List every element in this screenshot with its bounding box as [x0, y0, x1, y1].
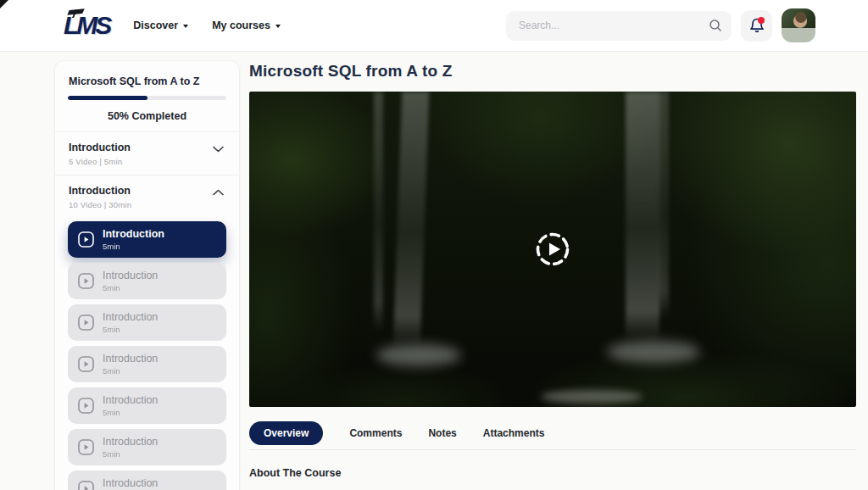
- cursor-artifact: [0, 0, 8, 8]
- lesson-item[interactable]: Introduction 5min: [68, 387, 226, 424]
- progress-bar: [68, 96, 226, 100]
- play-video-icon: [78, 356, 94, 372]
- progress-fill: [68, 96, 147, 100]
- section-title: Introduction: [69, 142, 225, 153]
- mist-graphic: [376, 344, 461, 366]
- course-sidebar: Microsoft SQL from A to Z 50% Completed …: [55, 61, 239, 490]
- stream-graphic: [541, 390, 643, 404]
- section-introduction-2[interactable]: Introduction 10 Video | 30min: [68, 175, 226, 218]
- lesson-duration: 5min: [103, 408, 158, 417]
- lesson-duration: 5min: [103, 449, 158, 459]
- lesson-list: Introduction 5min Introduction 5min: [68, 221, 226, 490]
- play-video-icon: [78, 273, 94, 289]
- nav-my-courses[interactable]: My courses: [212, 19, 281, 31]
- lesson-item[interactable]: Introduction 5min: [68, 429, 226, 465]
- play-video-icon: [78, 231, 94, 248]
- waterfall-graphic: [626, 92, 659, 341]
- lesson-title: Introduction: [103, 436, 158, 448]
- video-player[interactable]: [249, 92, 856, 407]
- lesson-item[interactable]: Introduction 5min: [68, 346, 226, 382]
- nav-discover-label: Discover: [133, 19, 178, 31]
- play-button[interactable]: [533, 230, 572, 269]
- lesson-duration: 5min: [103, 325, 158, 334]
- section-meta: 5 Video | 5min: [69, 157, 225, 166]
- chevron-up-icon: [213, 189, 224, 196]
- header-actions: [506, 8, 815, 42]
- tab-overview[interactable]: Overview: [249, 421, 323, 445]
- main-nav: Discover My courses: [133, 19, 281, 31]
- section-title: Introduction: [69, 185, 225, 197]
- search-icon[interactable]: [709, 19, 722, 32]
- user-avatar[interactable]: [782, 8, 815, 42]
- section-introduction-1[interactable]: Introduction 5 Video | 5min: [68, 132, 226, 175]
- lesson-title: Introduction: [103, 311, 158, 323]
- play-video-icon: [78, 315, 94, 331]
- sidebar-course-title: Microsoft SQL from A to Z: [69, 75, 225, 87]
- nav-discover[interactable]: Discover: [133, 19, 188, 31]
- tab-comments[interactable]: Comments: [349, 421, 402, 445]
- lesson-duration: 5min: [103, 366, 158, 376]
- content-tabs: Overview Comments Notes Attachments: [249, 421, 856, 445]
- tab-attachments[interactable]: Attachments: [483, 421, 545, 445]
- search-box: [506, 11, 732, 41]
- section-meta: 10 Video | 30min: [69, 200, 225, 209]
- divider: [249, 449, 856, 450]
- waterfall-graphic: [393, 92, 430, 347]
- mist-graphic: [607, 341, 700, 363]
- notifications-button[interactable]: [741, 10, 772, 42]
- about-course-heading: About The Course: [249, 467, 856, 479]
- lesson-title: Introduction: [103, 228, 164, 240]
- play-video-icon: [78, 481, 94, 490]
- progress-label: 50% Completed: [68, 110, 226, 122]
- waterfall-graphic: [659, 92, 669, 319]
- lesson-item[interactable]: Introduction 5min: [68, 263, 226, 299]
- page-title: Microsoft SQL from A to Z: [249, 62, 856, 81]
- lesson-title: Introduction: [103, 394, 158, 406]
- chevron-down-icon: [183, 25, 188, 28]
- app-header: LMS Discover My courses: [0, 0, 868, 52]
- chevron-down-icon: [213, 146, 224, 153]
- lesson-item[interactable]: Introduction 5min: [68, 304, 226, 341]
- lesson-item-active[interactable]: Introduction 5min: [68, 221, 226, 258]
- play-video-icon: [78, 439, 94, 455]
- lesson-item[interactable]: Introduction 5min: [68, 471, 226, 490]
- chevron-down-icon: [275, 25, 281, 28]
- lesson-duration: 5min: [103, 283, 158, 292]
- play-video-icon: [78, 398, 94, 414]
- page-body: Microsoft SQL from A to Z 50% Completed …: [0, 52, 868, 490]
- lesson-duration: 5min: [103, 242, 164, 251]
- waterfall-graphic: [374, 92, 383, 331]
- notification-badge: [758, 17, 765, 24]
- course-main: Microsoft SQL from A to Z Overview Comme…: [249, 61, 856, 479]
- lesson-title: Introduction: [103, 353, 158, 365]
- nav-my-courses-label: My courses: [212, 19, 270, 31]
- lesson-title: Introduction: [103, 477, 158, 489]
- logo-text: LMS: [64, 13, 113, 38]
- tab-notes[interactable]: Notes: [428, 421, 456, 445]
- lesson-title: Introduction: [103, 270, 158, 281]
- search-input[interactable]: [506, 11, 732, 41]
- app-logo[interactable]: LMS: [64, 13, 113, 38]
